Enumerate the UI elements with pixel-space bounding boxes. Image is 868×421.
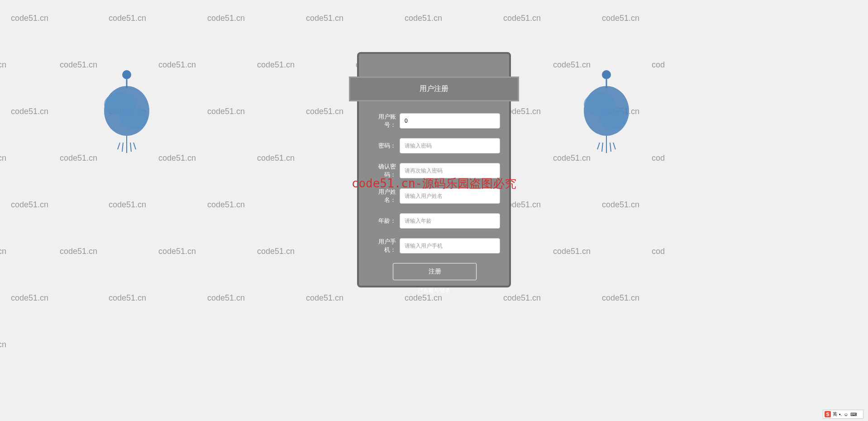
lantern-decoration-left bbox=[95, 63, 158, 163]
svg-point-2 bbox=[104, 86, 149, 136]
username-row: 用户姓名： bbox=[368, 188, 500, 204]
watermark: code51.cn bbox=[158, 153, 196, 163]
phone-label: 用户手机： bbox=[368, 238, 400, 254]
form-body: 用户账号： 密码： 确认密码： 用户姓名： 年龄： 用户手机： 注册 已有账号登… bbox=[368, 113, 500, 295]
svg-line-21 bbox=[613, 143, 615, 149]
password-input[interactable] bbox=[400, 138, 500, 153]
ime-indicator-icon: •. bbox=[839, 412, 842, 417]
watermark: 1.cn bbox=[0, 340, 6, 349]
svg-line-17 bbox=[597, 143, 600, 149]
svg-line-7 bbox=[122, 143, 123, 152]
watermark: code51.cn bbox=[503, 14, 541, 23]
ime-keyboard-icon: ⌨ bbox=[850, 412, 857, 417]
watermark: code51.cn bbox=[11, 14, 48, 23]
watermark: code51.cn bbox=[306, 107, 343, 116]
ime-logo-icon: S bbox=[825, 411, 831, 417]
watermark: code51.cn bbox=[11, 107, 48, 116]
watermark: code51.cn bbox=[60, 60, 97, 70]
watermark: code51.cn bbox=[602, 107, 639, 116]
age-input[interactable] bbox=[400, 213, 500, 229]
register-button[interactable]: 注册 bbox=[393, 263, 477, 280]
watermark: code51.cn bbox=[405, 293, 442, 303]
watermark: code51.cn bbox=[602, 200, 639, 210]
svg-point-14 bbox=[584, 93, 615, 115]
svg-point-15 bbox=[600, 106, 627, 129]
ime-smiley-icon: ☺ bbox=[844, 412, 848, 417]
svg-line-20 bbox=[610, 143, 611, 152]
confirm-password-label: 确认密码： bbox=[368, 163, 400, 179]
watermark: 1.cn bbox=[0, 153, 6, 163]
ime-toolbar[interactable]: S 英 •. ☺ ⌨ bbox=[823, 410, 863, 419]
watermark: code51.cn bbox=[109, 107, 146, 116]
watermark: code51.cn bbox=[553, 60, 591, 70]
form-title: 用户注册 bbox=[420, 84, 448, 94]
watermark: cod bbox=[652, 153, 665, 163]
watermark: code51.cn bbox=[11, 293, 48, 303]
account-label: 用户账号： bbox=[368, 113, 400, 129]
watermark: code51.cn bbox=[207, 107, 245, 116]
svg-point-13 bbox=[584, 86, 629, 136]
svg-point-11 bbox=[602, 70, 611, 79]
age-label: 年龄： bbox=[368, 217, 400, 225]
password-row: 密码： bbox=[368, 138, 500, 153]
phone-input[interactable] bbox=[400, 238, 500, 254]
watermark: cod bbox=[652, 247, 665, 256]
watermark: 1.cn bbox=[0, 60, 6, 70]
login-link[interactable]: 已有账号登录 bbox=[368, 287, 500, 295]
svg-point-0 bbox=[122, 70, 131, 79]
watermark: code51.cn bbox=[109, 14, 146, 23]
watermark: code51.cn bbox=[158, 247, 196, 256]
ime-lang: 英 bbox=[833, 411, 837, 417]
svg-point-3 bbox=[104, 93, 136, 115]
watermark: code51.cn bbox=[602, 14, 639, 23]
watermark: code51.cn bbox=[60, 247, 97, 256]
watermark: code51.cn bbox=[306, 293, 343, 303]
watermark: code51.cn bbox=[207, 200, 245, 210]
watermark: code51.cn bbox=[257, 60, 295, 70]
watermark: code51.cn bbox=[602, 293, 639, 303]
watermark: code51.cn bbox=[109, 293, 146, 303]
form-header: 用户注册 bbox=[349, 77, 519, 101]
registration-panel: 用户注册 用户账号： 密码： 确认密码： 用户姓名： 年龄： 用户手机： 注册 … bbox=[357, 52, 511, 287]
watermark: code51.cn bbox=[11, 200, 48, 210]
watermark: code51.cn bbox=[503, 293, 541, 303]
account-input[interactable] bbox=[400, 113, 500, 129]
lantern-decoration-right bbox=[575, 63, 638, 163]
watermark: code51.cn bbox=[60, 153, 97, 163]
watermark: code51.cn bbox=[109, 200, 146, 210]
watermark: code51.cn bbox=[553, 153, 591, 163]
watermark: code51.cn bbox=[553, 247, 591, 256]
confirm-password-input[interactable] bbox=[400, 163, 500, 178]
username-input[interactable] bbox=[400, 188, 500, 204]
watermark: cod bbox=[652, 60, 665, 70]
watermark: 1.cn bbox=[0, 247, 6, 256]
svg-line-6 bbox=[118, 143, 120, 149]
age-row: 年龄： bbox=[368, 213, 500, 229]
svg-line-18 bbox=[602, 143, 603, 152]
phone-row: 用户手机： bbox=[368, 238, 500, 254]
svg-line-10 bbox=[134, 143, 136, 149]
username-label: 用户姓名： bbox=[368, 188, 400, 204]
watermark: code51.cn bbox=[207, 293, 245, 303]
account-row: 用户账号： bbox=[368, 113, 500, 129]
confirm-password-row: 确认密码： bbox=[368, 163, 500, 179]
svg-point-4 bbox=[120, 106, 147, 129]
password-label: 密码： bbox=[368, 142, 400, 150]
svg-line-9 bbox=[130, 143, 131, 152]
watermark: code51.cn bbox=[257, 247, 295, 256]
watermark: code51.cn bbox=[207, 14, 245, 23]
watermark: code51.cn bbox=[257, 153, 295, 163]
watermark: code51.cn bbox=[158, 60, 196, 70]
watermark: code51.cn bbox=[306, 14, 343, 23]
watermark: code51.cn bbox=[405, 14, 442, 23]
